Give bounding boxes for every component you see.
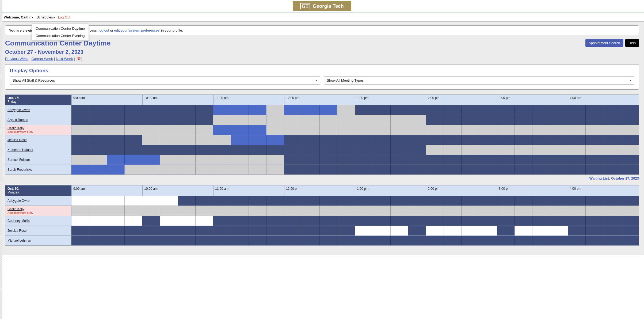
time-slot[interactable]: [89, 145, 106, 155]
time-slot[interactable]: [515, 226, 532, 236]
time-slot[interactable]: [585, 196, 603, 206]
time-slot[interactable]: [337, 155, 355, 165]
time-slot[interactable]: [71, 206, 89, 216]
time-slot[interactable]: [178, 226, 195, 236]
time-slot[interactable]: [195, 125, 213, 135]
staff-name-link[interactable]: Sarah Fredericks: [7, 168, 69, 172]
time-slot[interactable]: [515, 135, 532, 145]
time-slot[interactable]: [390, 135, 408, 145]
time-slot[interactable]: [107, 105, 124, 115]
dropdown-item[interactable]: Communication Center Evening: [32, 32, 89, 39]
time-slot[interactable]: [515, 165, 532, 174]
time-slot[interactable]: [124, 216, 142, 226]
time-slot[interactable]: [160, 125, 177, 135]
staff-name-link[interactable]: Katherine Hatcher: [7, 148, 69, 152]
time-slot[interactable]: [585, 165, 603, 174]
time-slot[interactable]: [178, 165, 195, 174]
prev-week-link[interactable]: Previous Week: [5, 57, 28, 61]
time-slot[interactable]: [532, 105, 550, 115]
time-slot[interactable]: [355, 206, 373, 216]
time-slot[interactable]: [284, 236, 302, 245]
time-slot[interactable]: [71, 155, 89, 165]
time-slot[interactable]: [426, 135, 444, 145]
time-slot[interactable]: [284, 145, 302, 155]
time-slot[interactable]: [568, 135, 585, 145]
time-slot[interactable]: [195, 206, 213, 216]
time-slot[interactable]: [284, 216, 302, 226]
time-slot[interactable]: [444, 145, 461, 155]
time-slot[interactable]: [266, 196, 284, 206]
time-slot[interactable]: [373, 216, 390, 226]
time-slot[interactable]: [231, 226, 249, 236]
time-slot[interactable]: [124, 165, 142, 174]
time-slot[interactable]: [479, 105, 497, 115]
time-slot[interactable]: [532, 226, 550, 236]
time-slot[interactable]: [479, 226, 497, 236]
time-slot[interactable]: [444, 206, 461, 216]
time-slot[interactable]: [550, 206, 568, 216]
time-slot[interactable]: [426, 105, 444, 115]
time-slot[interactable]: [550, 115, 568, 125]
time-slot[interactable]: [71, 125, 89, 135]
time-slot[interactable]: [266, 135, 284, 145]
logout-link[interactable]: Log Out: [58, 15, 70, 19]
time-slot[interactable]: [160, 226, 177, 236]
time-slot[interactable]: [479, 236, 497, 245]
time-slot[interactable]: [71, 145, 89, 155]
time-slot[interactable]: [160, 105, 177, 115]
time-slot[interactable]: [515, 145, 532, 155]
time-slot[interactable]: [550, 196, 568, 206]
time-slot[interactable]: [497, 196, 515, 206]
time-slot[interactable]: [603, 226, 621, 236]
time-slot[interactable]: [444, 226, 461, 236]
time-slot[interactable]: [337, 125, 355, 135]
time-slot[interactable]: [107, 125, 124, 135]
time-slot[interactable]: [142, 155, 160, 165]
time-slot[interactable]: [373, 206, 390, 216]
time-slot[interactable]: [408, 135, 426, 145]
time-slot[interactable]: [515, 206, 532, 216]
staff-filter-select[interactable]: Show All Staff & Resources ▾: [10, 76, 320, 85]
time-slot[interactable]: [373, 165, 390, 174]
time-slot[interactable]: [231, 115, 249, 125]
time-slot[interactable]: [444, 105, 461, 115]
time-slot[interactable]: [107, 216, 124, 226]
time-slot[interactable]: [568, 145, 585, 155]
time-slot[interactable]: [532, 115, 550, 125]
time-slot[interactable]: [479, 135, 497, 145]
time-slot[interactable]: [107, 165, 124, 174]
time-slot[interactable]: [284, 125, 302, 135]
time-slot[interactable]: [461, 236, 479, 245]
time-slot[interactable]: [231, 206, 249, 216]
time-slot[interactable]: [355, 236, 373, 245]
time-slot[interactable]: [249, 155, 266, 165]
time-slot[interactable]: [195, 226, 213, 236]
time-slot[interactable]: [461, 216, 479, 226]
next-week-link[interactable]: Next Week: [56, 57, 73, 61]
time-slot[interactable]: [107, 145, 124, 155]
time-slot[interactable]: [266, 226, 284, 236]
time-slot[interactable]: [585, 105, 603, 115]
time-slot[interactable]: [178, 145, 195, 155]
time-slot[interactable]: [213, 196, 231, 206]
time-slot[interactable]: [479, 165, 497, 174]
time-slot[interactable]: [124, 196, 142, 206]
time-slot[interactable]: [550, 105, 568, 115]
waiting-list-link[interactable]: Waiting List: October 27, 2023: [589, 176, 639, 180]
time-slot[interactable]: [461, 165, 479, 174]
time-slot[interactable]: [302, 145, 319, 155]
staff-name-link[interactable]: Abbygale Owen: [7, 199, 69, 203]
time-slot[interactable]: [373, 155, 390, 165]
time-slot[interactable]: [178, 125, 195, 135]
time-slot[interactable]: [319, 216, 337, 226]
time-slot[interactable]: [515, 236, 532, 245]
time-slot[interactable]: [461, 196, 479, 206]
time-slot[interactable]: [71, 216, 89, 226]
time-slot[interactable]: [390, 226, 408, 236]
time-slot[interactable]: [284, 115, 302, 125]
time-slot[interactable]: [284, 105, 302, 115]
time-slot[interactable]: [603, 196, 621, 206]
time-slot[interactable]: [249, 216, 266, 226]
time-slot[interactable]: [479, 216, 497, 226]
time-slot[interactable]: [390, 105, 408, 115]
